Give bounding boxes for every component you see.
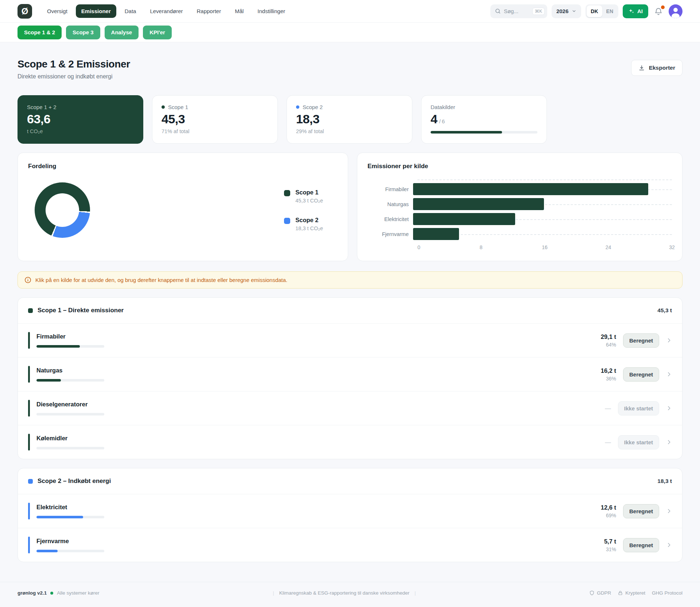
nav-item-rapporter[interactable]: Rapporter [191, 4, 226, 18]
source-progress-bar [36, 550, 104, 552]
stat-value: 45,3 [162, 113, 268, 126]
source-value: — [605, 405, 611, 412]
source-row-fjernvarme[interactable]: Fjernvarme 5,7 t 31% Beregnet [18, 528, 682, 562]
nav-item-mal[interactable]: Mål [229, 4, 249, 18]
nav-item-data[interactable]: Data [119, 4, 142, 18]
bar-elektricitet[interactable] [413, 213, 515, 225]
footer-link-gdpr[interactable]: GDPR [589, 590, 611, 596]
emissioner-per-kilde-card: Emissioner per kilde Firmabiler Naturgas… [357, 152, 682, 261]
lang-en-button[interactable]: EN [602, 5, 617, 17]
chevron-right-icon[interactable] [666, 405, 672, 411]
status-button-beregnet[interactable]: Beregnet [623, 367, 659, 382]
row-accent-bar [28, 332, 30, 349]
notification-badge [661, 5, 665, 9]
footer-link-ghg-protocol[interactable]: GHG Protocol [652, 590, 682, 596]
nav-item-indstillinger[interactable]: Indstillinger [252, 4, 291, 18]
footer: grønlog v2.1 Alle systemer kører | Klima… [0, 582, 700, 604]
chevron-right-icon[interactable] [666, 337, 672, 343]
search-input[interactable]: Søg... ⌘K [490, 4, 547, 18]
user-avatar[interactable] [669, 4, 682, 18]
search-shortcut-badge: ⌘K [532, 8, 545, 15]
nav-item-emissioner[interactable]: Emissioner [76, 4, 116, 18]
stat-label: Datakilder [431, 104, 455, 110]
stat-label: Scope 2 [303, 104, 323, 110]
bar-naturgas[interactable] [413, 198, 544, 210]
stat-card-scope-2: Scope 2 18,3 29% af total [287, 95, 412, 144]
chevron-right-icon[interactable] [666, 439, 672, 445]
scope1-section: Scope 1 – Direkte emissioner 45,3 t Firm… [18, 297, 682, 459]
tab-analyse[interactable]: Analyse [105, 26, 139, 39]
legend-item-scope1: Scope 1 45,3 t CO₂e [284, 189, 323, 204]
page-header: Scope 1 & 2 Emissioner Direkte emissione… [18, 58, 682, 80]
chevron-down-icon [572, 9, 576, 13]
source-percent: 31% [604, 546, 616, 552]
chevron-right-icon[interactable] [666, 542, 672, 548]
footer-separator: | [415, 590, 416, 596]
bar-label: Elektricitet [368, 216, 413, 222]
top-bar-actions: Søg... ⌘K 2026 DK EN AI [490, 4, 682, 18]
status-button-beregnet[interactable]: Beregnet [623, 538, 659, 552]
bar-chart-x-axis: 0 8 16 24 32 [417, 244, 672, 251]
x-tick: 32 [669, 244, 675, 250]
main-content: Scope 1 & 2 Emissioner Direkte emissione… [0, 58, 700, 562]
source-row-dieselgeneratorer[interactable]: Dieselgeneratorer — Ikke startet [18, 391, 682, 425]
scope2-dot-icon [28, 479, 33, 484]
row-accent-bar [28, 503, 30, 519]
sub-nav: Scope 1 & 2 Scope 3 Analyse KPI'er [0, 23, 700, 42]
notifications-button[interactable] [653, 5, 664, 17]
status-button-beregnet[interactable]: Beregnet [623, 504, 659, 518]
stat-unit: t CO₂e [27, 128, 134, 134]
nav-item-leverandorer[interactable]: Leverandører [144, 4, 188, 18]
x-tick: 8 [480, 244, 483, 250]
bar-fjernvarme[interactable] [413, 228, 459, 240]
tab-kpier[interactable]: KPI'er [143, 26, 172, 39]
legend-swatch-green [284, 190, 290, 196]
donut-chart [35, 182, 90, 238]
app-logo[interactable]: Ø [18, 4, 32, 19]
x-tick: 0 [417, 244, 420, 250]
info-icon [24, 277, 31, 283]
bar-firmabiler[interactable] [413, 183, 648, 195]
ai-button-label: AI [637, 8, 643, 14]
tab-scope-1-2[interactable]: Scope 1 & 2 [18, 26, 62, 39]
scope1-section-header: Scope 1 – Direkte emissioner 45,3 t [18, 298, 682, 323]
chevron-right-icon[interactable] [666, 371, 672, 377]
fordeling-card: Fordeling Scope 1 45,3 t CO₂e Scope [18, 152, 348, 261]
source-name: Firmabiler [36, 333, 104, 340]
x-tick: 24 [606, 244, 611, 250]
shield-icon [589, 590, 595, 596]
scope2-section-header: Scope 2 – Indkøbt energi 18,3 t [18, 468, 682, 494]
status-button-beregnet[interactable]: Beregnet [623, 333, 659, 348]
system-status-dot [50, 592, 53, 595]
status-button-ikke-startet[interactable]: Ikke startet [618, 435, 659, 449]
chevron-right-icon[interactable] [666, 508, 672, 514]
footer-separator: | [273, 590, 274, 596]
source-value: — [605, 439, 611, 446]
footer-link-krypteret[interactable]: Krypteret [618, 590, 645, 596]
search-placeholder: Søg... [504, 8, 518, 14]
source-value: 12,6 t [601, 504, 616, 511]
footer-link-label: Krypteret [625, 590, 645, 596]
status-button-ikke-startet[interactable]: Ikke startet [618, 401, 659, 415]
export-button[interactable]: Eksporter [631, 60, 682, 76]
stat-label: Scope 1 + 2 [27, 104, 56, 110]
year-selector[interactable]: 2026 [552, 4, 581, 18]
source-row-firmabiler[interactable]: Firmabiler 29,1 t 64% Beregnet [18, 323, 682, 357]
tab-scope-3[interactable]: Scope 3 [66, 26, 100, 39]
lang-dk-button[interactable]: DK [587, 5, 602, 17]
source-name: Kølemidler [36, 435, 104, 442]
bar-row-firmabiler: Firmabiler [368, 183, 672, 195]
stat-value-suffix: / 6 [439, 118, 444, 124]
stat-value: 63,6 [27, 113, 134, 126]
source-row-elektricitet[interactable]: Elektricitet 12,6 t 69% Beregnet [18, 494, 682, 528]
stat-value: 4/ 6 [431, 113, 537, 126]
source-row-naturgas[interactable]: Naturgas 16,2 t 36% Beregnet [18, 357, 682, 391]
fordeling-title: Fordeling [28, 163, 338, 170]
legend-label: Scope 1 [295, 189, 323, 196]
footer-link-label: GDPR [597, 590, 611, 596]
source-row-kolemidler[interactable]: Kølemidler — Ikke startet [18, 425, 682, 459]
ai-assistant-button[interactable]: AI [623, 4, 648, 18]
page-subtitle: Direkte emissioner og indkøbt energi [18, 73, 130, 80]
download-icon [638, 65, 645, 71]
nav-item-oversigt[interactable]: Oversigt [42, 4, 73, 18]
